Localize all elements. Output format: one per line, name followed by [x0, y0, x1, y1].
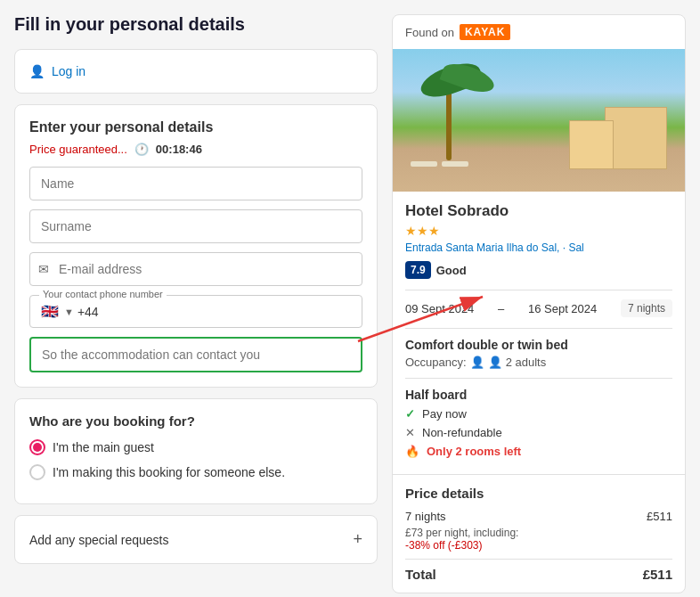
flag-dropdown-icon: ▼	[64, 307, 74, 317]
email-group: ✉	[29, 252, 362, 286]
phone-prefix: +44	[77, 305, 99, 319]
room-type: Comfort double or twin bed	[405, 338, 672, 352]
discount-row: -38% off (-£303)	[405, 539, 672, 552]
radio-inner-1	[33, 443, 42, 452]
nights-label: 7 nights	[405, 510, 446, 523]
divider-2	[405, 328, 672, 329]
right-panel: Found on KAYAK	[392, 14, 686, 593]
discount-value: (-£303)	[448, 539, 483, 552]
per-night-label: £73 per night, including:	[405, 527, 672, 539]
person-icon-1: 👤	[470, 356, 484, 369]
rating-label: Good	[436, 264, 467, 277]
email-icon: ✉	[38, 262, 49, 276]
person-icon: 👤	[29, 64, 45, 78]
someone-else-label: I'm making this booking for someone else…	[53, 465, 285, 479]
nights-price-row: 7 nights £511	[405, 510, 672, 523]
hotel-info: Hotel Sobrado ★★★ Entrada Santa Maria Il…	[393, 192, 685, 474]
hotel-image	[393, 49, 685, 192]
section-title: Enter your personal details	[29, 119, 362, 135]
main-guest-label: I'm the main guest	[53, 440, 154, 454]
price-details-title: Price details	[405, 486, 672, 501]
divider-3	[405, 378, 672, 379]
name-input[interactable]	[29, 167, 362, 200]
occupancy-label: Occupancy:	[405, 356, 467, 369]
pay-now-label: Pay now	[422, 407, 467, 421]
radio-circle-1	[29, 439, 45, 455]
occupancy-row: Occupancy: 👤 👤 2 adults	[405, 356, 672, 369]
total-value: £511	[643, 567, 672, 582]
price-label: Price guaranteed...	[29, 143, 127, 156]
special-requests-label: Add any special requests	[29, 533, 168, 547]
contact-input[interactable]	[42, 348, 350, 362]
page-title: Fill in your personal details	[14, 14, 378, 35]
check-icon: ✓	[405, 407, 415, 421]
found-on-label: Found on	[405, 26, 454, 39]
booking-for-card: Who are you booking for? I'm the main gu…	[14, 398, 378, 504]
found-on-row: Found on KAYAK	[393, 15, 685, 49]
hotel-stars: ★★★	[405, 224, 672, 238]
total-label: Total	[405, 567, 436, 582]
price-row: Price guaranteed... 🕐 00:18:46	[29, 143, 362, 156]
nights-price: £511	[647, 510, 672, 523]
non-refundable-row: ✕ Non-refundable	[405, 426, 672, 439]
surname-input[interactable]	[29, 209, 362, 243]
urgent-row: 🔥 Only 2 rooms left	[405, 445, 672, 458]
total-row: Total £511	[405, 559, 672, 582]
login-label: Log in	[52, 64, 85, 78]
contact-row-wrapper	[29, 337, 362, 372]
dates-row: 09 Sept 2024 – 16 Sept 2024 7 nights	[405, 299, 672, 317]
name-group	[29, 167, 362, 200]
booking-for-title: Who are you booking for?	[29, 413, 362, 429]
fire-icon: 🔥	[405, 445, 419, 458]
countdown-timer: 00:18:46	[156, 143, 202, 156]
board-type: Half board	[405, 388, 672, 402]
occupancy-value: 2 adults	[506, 356, 547, 369]
phone-group: Your contact phone number 🇬🇧 ▼ +44	[29, 295, 362, 328]
radio-someone-else[interactable]: I'm making this booking for someone else…	[29, 464, 362, 480]
hotel-card: Found on KAYAK	[392, 14, 686, 593]
hotel-location: Entrada Santa Maria Ilha do Sal, · Sal	[405, 241, 672, 254]
flag-icon: 🇬🇧	[41, 303, 59, 320]
phone-input-row[interactable]: Your contact phone number 🇬🇧 ▼ +44	[29, 295, 362, 328]
plus-icon: +	[353, 530, 362, 549]
personal-details-card: Enter your personal details Price guaran…	[14, 104, 378, 388]
phone-label: Your contact phone number	[39, 289, 167, 299]
surname-group	[29, 209, 362, 243]
dash: –	[498, 302, 504, 315]
nights-badge: 7 nights	[621, 299, 672, 317]
login-card: 👤 Log in	[14, 49, 378, 94]
check-out-date: 16 Sept 2024	[528, 302, 597, 315]
special-requests-card[interactable]: Add any special requests +	[14, 515, 378, 564]
clock-icon: 🕐	[134, 143, 149, 156]
check-in-date: 09 Sept 2024	[405, 302, 474, 315]
contact-input-row[interactable]	[29, 337, 362, 372]
discount-label: -38% off	[405, 539, 444, 552]
person-icon-2: 👤	[488, 356, 502, 369]
price-details-section: Price details 7 nights £511 £73 per nigh…	[393, 474, 685, 593]
login-button[interactable]: 👤 Log in	[29, 64, 362, 78]
email-input[interactable]	[29, 252, 362, 286]
urgent-text: Only 2 rooms left	[427, 445, 521, 458]
pay-now-row: ✓ Pay now	[405, 407, 672, 421]
rating-badge: 7.9	[405, 261, 431, 279]
radio-main-guest[interactable]: I'm the main guest	[29, 439, 362, 455]
radio-circle-2	[29, 464, 45, 480]
rating-row: 7.9 Good	[405, 261, 672, 279]
hotel-name: Hotel Sobrado	[405, 202, 672, 220]
divider-1	[405, 290, 672, 290]
kayak-badge: KAYAK	[460, 24, 510, 40]
cross-icon: ✕	[405, 426, 415, 439]
non-refundable-label: Non-refundable	[422, 426, 502, 439]
